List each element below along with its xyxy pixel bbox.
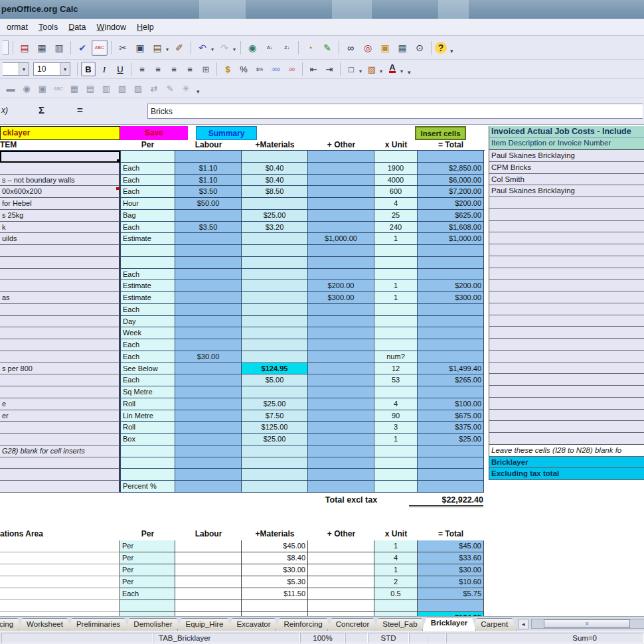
per-cell[interactable]: Estimate (120, 280, 175, 292)
unit-cell[interactable]: 240 (374, 222, 418, 234)
align-right-icon[interactable]: ≡ (167, 62, 181, 76)
labour-cell[interactable] (175, 280, 242, 292)
sheet-tab-steel_fab[interactable]: Steel_Fab (374, 618, 426, 631)
labour-cell[interactable] (175, 316, 242, 328)
materials-cell[interactable] (242, 198, 308, 210)
unit-cell[interactable] (374, 327, 418, 339)
invoice-entry-cell[interactable]: Col Smith (489, 174, 644, 186)
checkbox-icon[interactable]: ▣ (35, 81, 50, 96)
total-cell[interactable]: $1,000.00 (418, 233, 484, 245)
draw-functions-icon[interactable]: ✎ (319, 40, 335, 56)
calc-total-cell[interactable]: $33.60 (418, 552, 484, 564)
invoice-blank-cell[interactable] (489, 315, 644, 327)
total-cell[interactable] (418, 151, 484, 163)
invoice-blank-cell[interactable] (489, 244, 644, 256)
other-cell[interactable] (308, 410, 374, 422)
materials-cell[interactable]: $25.00 (242, 398, 308, 410)
materials-cell[interactable]: $3.20 (242, 222, 308, 234)
other-cell[interactable] (308, 327, 374, 339)
sheet-tab-reinforcing[interactable]: Reinforcing (276, 618, 331, 631)
calc-per-cell[interactable]: Per (120, 552, 175, 564)
unit-cell[interactable]: 4000 (374, 175, 418, 187)
export-pdf-icon[interactable]: ▤ (17, 40, 33, 56)
unit-cell[interactable]: 4 (374, 398, 418, 410)
per-cell[interactable]: Hour (120, 198, 175, 210)
materials-cell[interactable]: $0.40 (242, 175, 308, 187)
list-box-icon[interactable]: ▥ (99, 81, 114, 96)
increase-indent-icon[interactable]: ⇥ (322, 62, 337, 76)
item-cell[interactable]: as (0, 292, 120, 304)
calc-item-cell[interactable] (0, 540, 120, 552)
labour-cell[interactable] (175, 481, 242, 493)
materials-cell[interactable] (242, 481, 308, 493)
materials-cell[interactable] (242, 386, 308, 398)
total-value[interactable]: $22,922.40 (409, 495, 483, 507)
invoice-blank-cell[interactable] (489, 374, 644, 386)
labour-cell[interactable] (175, 304, 242, 316)
per-cell[interactable]: Bag (120, 210, 175, 222)
chevron-down-icon[interactable]: ▾ (400, 68, 403, 74)
standard-format-icon[interactable]: $% (252, 62, 267, 76)
column-header[interactable]: + Other (308, 140, 374, 150)
calc-other-cell[interactable] (308, 564, 374, 576)
trade-name-cell[interactable]: cklayer (0, 126, 120, 140)
unit-cell[interactable] (374, 457, 418, 469)
calc-other-cell[interactable] (308, 576, 374, 588)
cut-icon[interactable]: ✂ (115, 40, 131, 56)
tab-scroll-left-icon[interactable]: ◂ (518, 619, 528, 629)
item-cell[interactable] (0, 386, 120, 398)
calc-other-cell[interactable] (308, 552, 374, 564)
invoice-blank-cell[interactable] (489, 256, 644, 268)
column-header[interactable]: +Materials (242, 140, 308, 150)
total-cell[interactable]: $7,200.00 (418, 186, 484, 198)
unit-cell[interactable] (374, 469, 418, 481)
item-cell[interactable]: 00x600x200 (0, 186, 120, 198)
other-cell[interactable] (308, 198, 374, 210)
per-cell[interactable] (120, 245, 175, 257)
item-cell[interactable] (0, 339, 120, 351)
other-cell[interactable] (308, 316, 374, 328)
other-cell[interactable] (308, 434, 374, 445)
navigator-icon[interactable]: ◎ (360, 40, 376, 56)
invoice-blank-cell[interactable] (489, 351, 644, 362)
unit-cell[interactable] (374, 339, 418, 351)
gallery-icon[interactable]: ▣ (377, 40, 393, 56)
align-justified-icon[interactable]: ≡ (183, 62, 197, 76)
refresh-control-icon[interactable]: ⇄ (147, 81, 161, 96)
calc-unit-cell[interactable]: 0.5 (374, 588, 418, 600)
calc-per-cell[interactable]: Each (120, 588, 175, 600)
unit-cell[interactable] (374, 316, 418, 328)
menu-item-ormat[interactable]: ormat (1, 21, 33, 34)
other-cell[interactable] (308, 257, 374, 269)
materials-cell[interactable]: $0.40 (242, 163, 308, 175)
calc-column-header[interactable]: Labour (175, 529, 242, 540)
sheet-tab-concretor[interactable]: Concretor (327, 618, 378, 631)
item-cell[interactable]: e (0, 398, 120, 410)
column-header[interactable]: x Unit (374, 140, 418, 150)
total-cell[interactable]: $200.00 (418, 280, 484, 292)
chevron-down-icon[interactable]: ▾ (19, 63, 29, 75)
format-paintbrush-icon[interactable]: ✐ (171, 40, 187, 56)
per-cell[interactable]: Each (120, 374, 175, 386)
other-cell[interactable] (308, 457, 374, 469)
calc-column-header[interactable]: + Other (308, 529, 374, 540)
calc-per-cell[interactable] (120, 600, 175, 612)
calc-labour-cell[interactable] (175, 552, 242, 564)
font-color-icon[interactable]: A (385, 62, 400, 76)
calc-column-header[interactable]: Per (120, 529, 175, 540)
invoice-blank-cell[interactable] (489, 327, 644, 339)
per-cell[interactable]: Estimate (120, 233, 175, 245)
materials-cell[interactable] (242, 445, 308, 457)
total-cell[interactable]: $675.00 (418, 410, 484, 422)
materials-cell[interactable]: $7.50 (242, 410, 308, 422)
per-cell[interactable]: Each (120, 304, 175, 316)
item-cell[interactable]: s per 800 (0, 363, 120, 375)
total-cell[interactable]: $2,850.00 (418, 163, 484, 175)
item-cell[interactable]: k (0, 222, 120, 234)
labour-cell[interactable] (175, 245, 242, 257)
sheet-tab-equip_hire[interactable]: Equip_Hire (177, 618, 232, 631)
menu-item-help[interactable]: Help (131, 21, 159, 34)
chevron-down-icon[interactable]: ▾ (233, 46, 236, 52)
other-cell[interactable]: $1,000.00 (308, 233, 374, 245)
unit-cell[interactable] (374, 445, 418, 457)
